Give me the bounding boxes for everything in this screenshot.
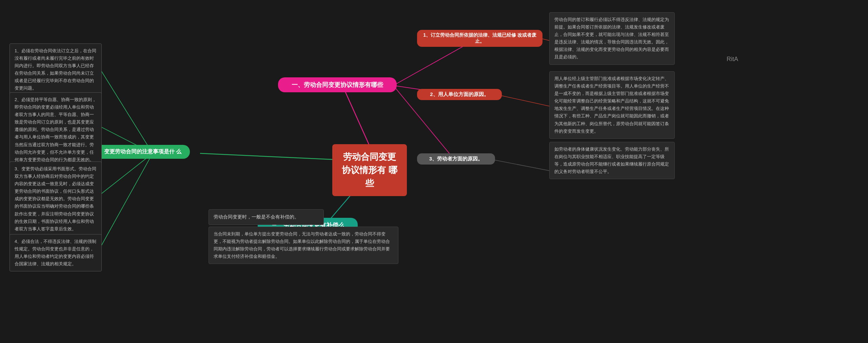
text-box-left2: 2、必须坚持平等自愿、协商一致的原则，即劳动合同的变更必须经用人单位和劳动者双方… bbox=[9, 92, 102, 167]
text-box-left3: 3、变更劳动必须采用书面形式。劳动合同双方当事人经协商后对劳动合同中的约定内容的… bbox=[9, 161, 102, 236]
text-box-sub1: 劳动合同的签订和履行必须以不得违反法律、法规的规定为前提。如果合同签订所依据的法… bbox=[549, 12, 675, 65]
svg-line-9 bbox=[98, 66, 153, 153]
mind-map-lines bbox=[0, 0, 868, 343]
sub-branch-node-3: 3、劳动者方面的原因。 bbox=[417, 153, 495, 165]
svg-line-12 bbox=[98, 153, 153, 251]
svg-line-8 bbox=[492, 159, 553, 171]
text-box-sub3: 如劳动者的身体健康状况发生变化、劳动能力部分丧失、所在岗位与其职业技能不相适应、… bbox=[549, 142, 675, 179]
text-box-sub2: 用人单位经上级主管部门批准或者根据市场变化决定转产、调整生产任务或者生产经营项目… bbox=[549, 71, 675, 139]
text-box-bottom2: 当合同未到期，单位单方提出变更劳动合同，无法与劳动者达成一致的，劳动合同不得变更… bbox=[209, 227, 398, 264]
text-box-left1: 1、必须在劳动合同依法订立之后，在合同没有履行或者尚未履行完毕之前的有效时间内进… bbox=[9, 43, 102, 96]
sub-branch-node-2: 2、用人单位方面的原因。 bbox=[417, 89, 502, 100]
svg-line-11 bbox=[98, 153, 153, 196]
center-node: 劳动合同变更协议情形有 哪些 bbox=[332, 144, 407, 196]
svg-line-7 bbox=[498, 95, 553, 107]
branch-node-1[interactable]: 一、劳动合同变更协议情形有哪些 bbox=[278, 77, 397, 92]
svg-line-0 bbox=[342, 85, 370, 146]
sub-branch-node-1: 1、订立劳动合同所依据的法律、法规已经修 改或者废止。 bbox=[417, 30, 542, 47]
text-box-left4: 4、必须合法，不得违反法律、法规的强制性规定。劳动合同变更也并非是任意的，用人单… bbox=[9, 234, 102, 271]
text-box-bottom1: 劳动合同变更时，一般是不会有补偿的。 bbox=[209, 209, 324, 225]
rita-label: RitA bbox=[727, 56, 738, 63]
